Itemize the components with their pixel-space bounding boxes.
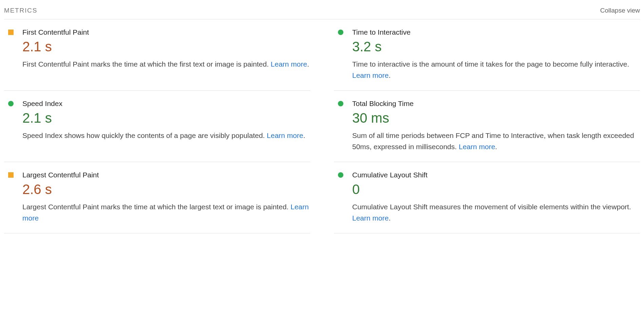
metric-description: Largest Contentful Paint marks the time … — [22, 201, 310, 224]
metric-name: Speed Index — [22, 100, 310, 108]
metric-value: 2.6 s — [22, 182, 310, 197]
metric-name: Cumulative Layout Shift — [352, 171, 640, 179]
learn-more-link[interactable]: Learn more — [459, 143, 495, 151]
metric-time-to-interactive: Time to Interactive 3.2 s Time to intera… — [334, 19, 640, 91]
metric-value: 3.2 s — [352, 39, 640, 54]
metric-value: 2.1 s — [22, 39, 310, 54]
metric-description: First Contentful Paint marks the time at… — [22, 59, 310, 70]
section-title: METRICS — [4, 7, 37, 14]
status-good-icon — [338, 172, 343, 178]
status-average-icon — [8, 172, 14, 178]
metric-value: 30 ms — [352, 110, 640, 125]
metric-total-blocking-time: Total Blocking Time 30 ms Sum of all tim… — [334, 91, 640, 162]
metrics-grid: First Contentful Paint 2.1 s First Conte… — [4, 19, 640, 233]
status-good-icon — [8, 101, 14, 106]
learn-more-link[interactable]: Learn more — [271, 60, 307, 68]
metric-description: Sum of all time periods between FCP and … — [352, 130, 640, 152]
status-good-icon — [338, 30, 343, 35]
metric-description: Time to interactive is the amount of tim… — [352, 59, 640, 81]
metric-name: First Contentful Paint — [22, 28, 310, 36]
learn-more-link[interactable]: Learn more — [352, 71, 389, 79]
learn-more-link[interactable]: Learn more — [352, 214, 389, 222]
metric-largest-contentful-paint: Largest Contentful Paint 2.6 s Largest C… — [4, 162, 310, 233]
metric-cumulative-layout-shift: Cumulative Layout Shift 0 Cumulative Lay… — [334, 162, 640, 233]
status-good-icon — [338, 101, 343, 106]
metric-description: Cumulative Layout Shift measures the mov… — [352, 201, 640, 224]
metric-speed-index: Speed Index 2.1 s Speed Index shows how … — [4, 91, 310, 162]
metric-name: Total Blocking Time — [352, 100, 640, 108]
status-average-icon — [8, 30, 14, 35]
collapse-view-toggle[interactable]: Collapse view — [600, 7, 640, 14]
metric-first-contentful-paint: First Contentful Paint 2.1 s First Conte… — [4, 19, 310, 91]
metric-description: Speed Index shows how quickly the conten… — [22, 130, 310, 141]
metric-value: 2.1 s — [22, 110, 310, 125]
metrics-header: METRICS Collapse view — [4, 7, 640, 19]
learn-more-link[interactable]: Learn more — [267, 131, 303, 139]
metric-name: Time to Interactive — [352, 28, 640, 36]
metric-value: 0 — [352, 182, 640, 197]
metric-name: Largest Contentful Paint — [22, 171, 310, 179]
